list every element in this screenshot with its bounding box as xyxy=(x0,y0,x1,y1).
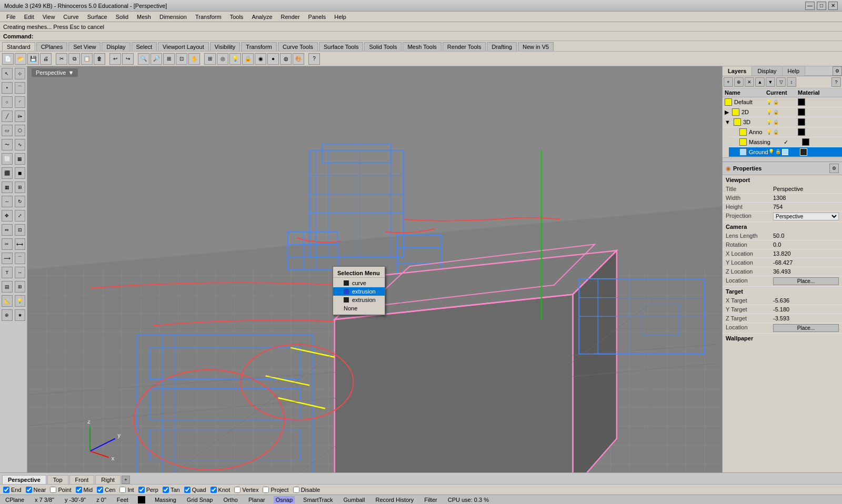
layers-scrollbar[interactable] xyxy=(723,157,842,162)
move-down-icon[interactable]: ▼ xyxy=(766,77,775,87)
pan-icon[interactable]: ✋ xyxy=(188,53,200,65)
ground-color-icon[interactable] xyxy=(782,149,788,155)
2d-lock-icon[interactable]: 🔒 xyxy=(773,109,779,115)
new-layer-icon[interactable]: + xyxy=(724,77,733,87)
osnap-cen[interactable]: Cen xyxy=(97,487,115,493)
vp-tab-icon[interactable]: + xyxy=(122,476,130,484)
osnap-mid[interactable]: Mid xyxy=(76,487,93,493)
print-icon[interactable]: 🖨 xyxy=(40,53,52,65)
layer-ground[interactable]: Ground 💡 🔒 xyxy=(729,147,842,157)
expand-2d-icon[interactable]: ▶ xyxy=(725,109,729,116)
selection-menu-item-curve[interactable]: curve xyxy=(333,279,385,287)
menu-mesh[interactable]: Mesh xyxy=(133,13,155,21)
maximize-button[interactable]: □ xyxy=(817,2,826,10)
save-icon[interactable]: 💾 xyxy=(27,53,39,65)
default-bulb-icon[interactable]: 💡 xyxy=(766,99,772,105)
solid-icon[interactable]: ⬛ xyxy=(2,167,13,179)
grid-icon[interactable]: ⊞ xyxy=(204,53,216,65)
new-icon[interactable]: 📄 xyxy=(2,53,14,65)
new-sublayer-icon[interactable]: ⊕ xyxy=(734,77,744,87)
light-icon[interactable]: 💡 xyxy=(229,53,241,65)
tab-display[interactable]: Display xyxy=(102,42,130,51)
circle-icon[interactable]: ○ xyxy=(2,96,13,108)
status-planar[interactable]: Planar xyxy=(246,496,267,503)
polyline-icon[interactable]: ⌲ xyxy=(15,110,26,122)
anno-lock-icon[interactable]: 🔒 xyxy=(773,129,779,135)
undo-icon[interactable]: ↩ xyxy=(109,53,121,65)
menu-transform[interactable]: Transform xyxy=(191,13,226,21)
status-gumball[interactable]: Gumball xyxy=(342,496,367,503)
tab-layers[interactable]: Layers xyxy=(723,66,752,76)
block-icon[interactable]: ⊞ xyxy=(15,281,26,293)
camera-place-button[interactable]: Place... xyxy=(773,277,839,285)
misc-icon[interactable]: ⊕ xyxy=(2,309,13,321)
osnap-int[interactable]: Int xyxy=(119,487,134,493)
menu-view[interactable]: View xyxy=(38,13,59,21)
mesh-icon[interactable]: ▦ xyxy=(2,182,13,193)
dim-icon[interactable]: ↔ xyxy=(15,267,26,278)
menu-surface[interactable]: Surface xyxy=(83,13,112,21)
trim-icon[interactable]: ✂ xyxy=(2,238,13,250)
layer-default[interactable]: Default 💡 🔒 xyxy=(723,97,842,107)
layer-massing[interactable]: Massing ✓ xyxy=(729,137,842,147)
osnap-quad[interactable]: Quad xyxy=(184,487,206,493)
lock-icon[interactable]: 🔒 xyxy=(242,53,254,65)
osnap-vertex[interactable]: Vertex xyxy=(234,487,258,493)
layer-anno[interactable]: Anno 💡 🔒 xyxy=(729,127,842,137)
osnap-point[interactable]: Point xyxy=(50,487,71,493)
tab-render-tools[interactable]: Render Tools xyxy=(443,42,486,51)
surface-icon[interactable]: ⬜ xyxy=(2,153,13,165)
osnap-vertex-check[interactable] xyxy=(234,487,240,493)
menu-file[interactable]: File xyxy=(2,13,20,21)
analyze-icon[interactable]: 📐 xyxy=(2,295,13,307)
vp-tab-front[interactable]: Front xyxy=(69,475,95,484)
array-icon[interactable]: ⊟ xyxy=(15,224,26,236)
open-icon[interactable]: 📂 xyxy=(15,53,26,65)
line-icon[interactable]: ╱ xyxy=(2,110,13,122)
osnap-disable[interactable]: Disable xyxy=(293,487,320,493)
mesh2-icon[interactable]: ⊞ xyxy=(15,182,26,193)
layer-2d[interactable]: ▶ 2D 💡 🔒 xyxy=(723,107,842,117)
snap-icon[interactable]: ◎ xyxy=(217,53,228,65)
status-osnap[interactable]: Osnap xyxy=(274,496,295,503)
osnap-knot[interactable]: Knot xyxy=(210,487,230,493)
3d-bulb-icon[interactable]: 💡 xyxy=(766,119,772,125)
osnap-perp-check[interactable] xyxy=(138,487,145,493)
zoom-in-icon[interactable]: 🔍 xyxy=(138,53,149,65)
target-place-button[interactable]: Place... xyxy=(773,324,839,332)
tab-surface-tools[interactable]: Surface Tools xyxy=(319,42,363,51)
tab-transform[interactable]: Transform xyxy=(241,42,277,51)
tab-drafting[interactable]: Drafting xyxy=(487,42,517,51)
vp-tab-perspective[interactable]: Perspective xyxy=(2,475,46,484)
light2-icon[interactable]: 💡 xyxy=(15,295,26,307)
osnap-mid-check[interactable] xyxy=(76,487,82,493)
menu-edit[interactable]: Edit xyxy=(20,13,38,21)
mirror-icon[interactable]: ⇔ xyxy=(2,224,13,236)
status-grid-snap[interactable]: Grid Snap xyxy=(185,496,215,503)
delete-icon[interactable]: 🗑 xyxy=(94,53,105,65)
zoom-extent-icon[interactable]: ⊞ xyxy=(163,53,175,65)
status-record-history[interactable]: Record History xyxy=(374,496,416,503)
help-icon[interactable]: ? xyxy=(308,53,320,65)
osnap-knot-check[interactable] xyxy=(210,487,217,493)
extend-icon[interactable]: ⟷ xyxy=(15,238,26,250)
hatch-icon[interactable]: ▤ xyxy=(2,281,13,293)
tab-select[interactable]: Select xyxy=(132,42,157,51)
menu-curve[interactable]: Curve xyxy=(59,13,83,21)
menu-tools[interactable]: Tools xyxy=(226,13,248,21)
2d-bulb-icon[interactable]: 💡 xyxy=(766,109,772,115)
rectangle-icon[interactable]: ▭ xyxy=(2,125,13,136)
viewport-dropdown-icon[interactable]: ▼ xyxy=(68,69,74,76)
tab-new-v5[interactable]: New in V5 xyxy=(518,42,554,51)
fillet-icon[interactable]: ⌒ xyxy=(15,253,26,264)
viewport-area[interactable]: Perspective ▼ y x z xyxy=(27,66,722,472)
polygon-icon[interactable]: ⬡ xyxy=(15,125,26,136)
tab-cplanes[interactable]: CPlanes xyxy=(36,42,68,51)
osnap-cen-check[interactable] xyxy=(97,487,103,493)
osnap-near-check[interactable] xyxy=(26,487,32,493)
filter-icon[interactable]: ▽ xyxy=(776,77,786,87)
menu-panels[interactable]: Panels xyxy=(304,13,330,21)
vp-tab-top[interactable]: Top xyxy=(47,475,68,484)
window-controls[interactable]: — □ ✕ xyxy=(805,2,838,10)
zoom-window-icon[interactable]: ⊡ xyxy=(176,53,187,65)
